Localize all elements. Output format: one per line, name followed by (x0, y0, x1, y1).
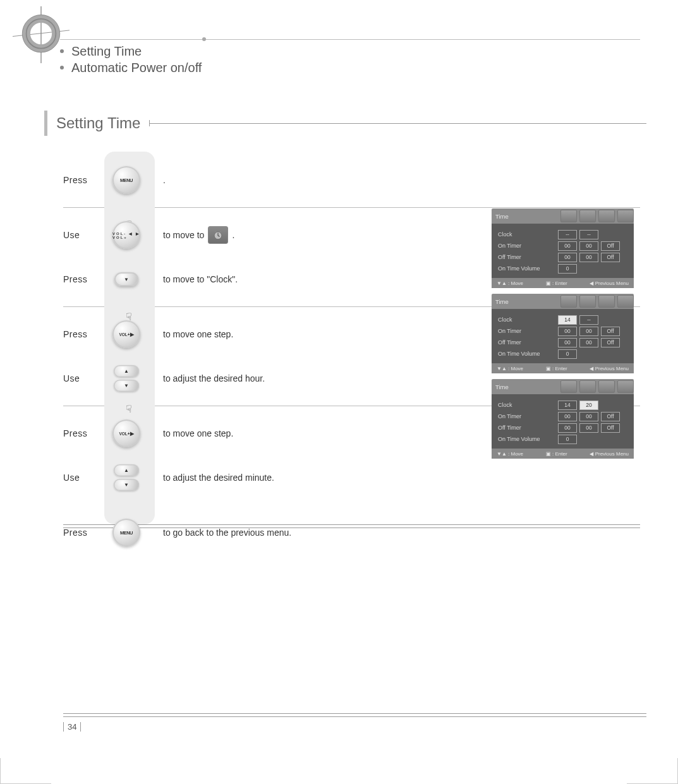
steps-list: Press MENU . Use VOL- ◀ ▶ VOL+ to move t… (63, 158, 640, 555)
section-heading: Setting Time (44, 111, 646, 136)
step-text-post: . (232, 230, 234, 240)
page-footer: 34 (63, 713, 646, 732)
step-row: Use to adjust the desired hour. (63, 356, 640, 401)
step-text: to adjust the desired minute. (163, 473, 274, 483)
step-action: Press (63, 528, 101, 538)
step-action: Press (63, 274, 101, 284)
up-down-button-icon (112, 464, 140, 492)
osd-row-label: Clock (498, 402, 558, 408)
step-text: . (163, 175, 166, 185)
up-down-button-icon (112, 365, 140, 392)
top-horizontal-rule (60, 39, 640, 40)
step-text: to move one step. (163, 428, 233, 438)
vol-right-button-icon: VOL+ (112, 320, 140, 348)
step-action: Use (63, 373, 101, 383)
step-text: to move one step. (163, 329, 233, 339)
vol-right-button-icon: VOL+ (112, 419, 140, 447)
page-number: 34 (63, 722, 81, 732)
down-button-icon (114, 272, 138, 286)
step-action: Press (63, 175, 101, 185)
step-action: Use (63, 473, 101, 483)
clock-tab-icon (208, 226, 228, 244)
rule-dot (202, 37, 206, 41)
crop-mark (0, 758, 51, 784)
section-title: Setting Time (56, 114, 140, 132)
toc: Setting Time Automatic Power on/off (60, 43, 202, 76)
step-row: Use to adjust the desired minute. (63, 455, 640, 500)
osd-value: 20 (579, 401, 598, 410)
menu-button-icon: MENU (112, 166, 140, 194)
step-text: to go back to the previous menu. (163, 528, 291, 538)
toc-item-2: Automatic Power on/off (71, 59, 202, 76)
step-row: Press VOL+ to move one step. (63, 411, 640, 455)
step-row: Press MENU . (63, 158, 640, 202)
step-action: Press (63, 329, 101, 339)
step-text: to adjust the desired hour. (163, 373, 265, 383)
step-action: Use (63, 230, 101, 240)
step-text-pre: to move to (163, 230, 204, 240)
osd-value: 14 (558, 401, 577, 410)
step-row: Press MENU to go back to the previous me… (63, 510, 640, 555)
menu-button-icon: MENU (112, 519, 140, 546)
step-action: Press (63, 428, 101, 438)
step-text: to move to "Clock". (163, 274, 238, 284)
step-row: Press to move to "Clock". (63, 257, 640, 301)
step-row: Press VOL+ to move one step. (63, 312, 640, 356)
vol-left-right-button-icon: VOL- ◀ ▶ VOL+ (112, 221, 140, 249)
toc-item-1: Setting Time (71, 43, 142, 59)
crop-mark (627, 758, 678, 784)
step-row: Use VOL- ◀ ▶ VOL+ to move to . (63, 213, 640, 257)
